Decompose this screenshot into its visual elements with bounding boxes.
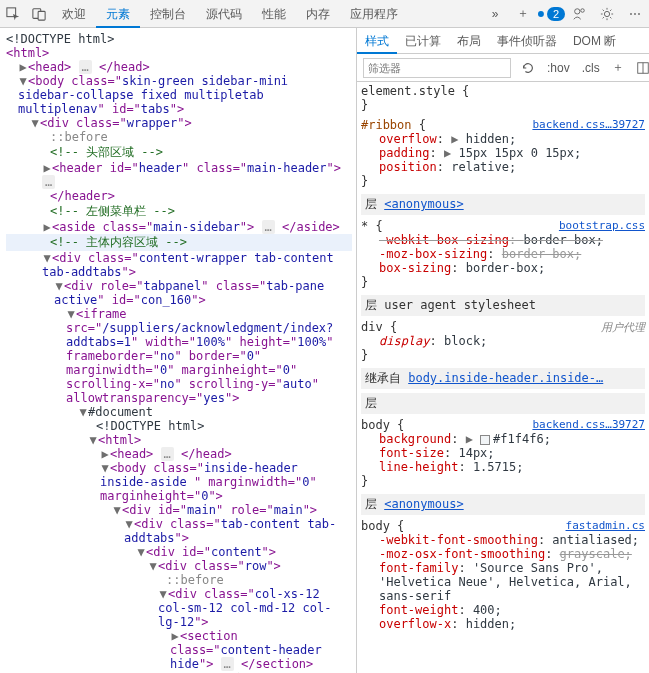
col-div[interactable]: <div class="col-xs-12 col-sm-12 col-md-1… — [158, 587, 331, 629]
tab-content-div[interactable]: <div class="tab-content tab-addtabs"> — [124, 517, 336, 545]
tab-welcome[interactable]: 欢迎 — [52, 0, 96, 28]
hov-toggle[interactable]: :hov — [541, 61, 576, 75]
ellipsis-icon[interactable]: … — [79, 60, 92, 74]
toggle-icon[interactable]: ▼ — [124, 517, 134, 531]
html-open[interactable]: <html> — [6, 46, 49, 60]
toggle-icon[interactable]: ▼ — [158, 587, 168, 601]
head-close[interactable]: </head> — [99, 60, 150, 74]
toggle-icon[interactable]: ▶ — [42, 161, 52, 175]
computed-toggle-icon[interactable] — [630, 61, 649, 75]
header-close[interactable]: </header> — [50, 189, 115, 203]
styles-body[interactable]: element.style { } backend.css…39727 #rib… — [357, 82, 649, 673]
selector[interactable]: body — [361, 519, 390, 533]
source-link[interactable]: backend.css…39727 — [532, 418, 645, 431]
tab-memory[interactable]: 内存 — [296, 0, 340, 28]
toggle-icon[interactable]: ▼ — [136, 545, 146, 559]
toggle-icon[interactable]: ▶ — [170, 629, 180, 643]
toggle-icon[interactable]: ▶ — [18, 60, 28, 74]
add-tab-icon[interactable]: ＋ — [509, 1, 537, 27]
tab-computed[interactable]: 已计算 — [397, 28, 449, 54]
source-link[interactable]: fastadmin.cs — [566, 519, 645, 532]
cls-toggle[interactable]: .cls — [576, 61, 606, 75]
ellipsis-icon[interactable]: … — [221, 657, 234, 671]
row-div[interactable]: <div class="row"> — [158, 559, 281, 573]
comment-sidebar[interactable]: <!-- 左侧菜单栏 --> — [50, 204, 175, 218]
section-close[interactable]: </section> — [241, 657, 313, 671]
aside-tag[interactable]: <aside class="main-sidebar"> — [52, 220, 254, 234]
tab-application[interactable]: 应用程序 — [340, 0, 408, 28]
toggle-icon[interactable]: ▼ — [54, 279, 64, 293]
aside-close[interactable]: </aside> — [282, 220, 340, 234]
color-swatch[interactable] — [480, 435, 490, 445]
inner-html[interactable]: <html> — [98, 433, 141, 447]
toggle-icon[interactable]: ▼ — [30, 116, 40, 130]
pseudo-before2[interactable]: ::before — [166, 573, 224, 587]
iframe-tag[interactable]: <iframe src="/suppliers/acknowledgment/i… — [66, 307, 333, 405]
rule-ribbon[interactable]: backend.css…39727 #ribbon { overflow: ▶ … — [361, 118, 645, 188]
rule-body-fastadmin[interactable]: fastadmin.cs body { -webkit-font-smoothi… — [361, 519, 645, 631]
styles-filter-input[interactable] — [363, 58, 511, 78]
tab-layout[interactable]: 布局 — [449, 28, 489, 54]
rule-star[interactable]: bootstrap.css * { -webkit-box-sizing: bo… — [361, 219, 645, 289]
settings-icon[interactable] — [593, 1, 621, 27]
toggle-icon[interactable]: ▼ — [112, 503, 122, 517]
rule-body-backend[interactable]: backend.css…39727 body { background: ▶ #… — [361, 418, 645, 488]
comment-header[interactable]: <!-- 头部区域 --> — [50, 145, 163, 159]
body-tag[interactable]: <body class="skin-green sidebar-mini sid… — [18, 74, 288, 116]
device-toggle-icon[interactable] — [26, 1, 52, 27]
inherit-link[interactable]: body.inside-header.inside-… — [408, 371, 603, 385]
tab-elements[interactable]: 元素 — [96, 0, 140, 28]
inner-head-close[interactable]: </head> — [181, 447, 232, 461]
head-open[interactable]: <head> — [28, 60, 71, 74]
source-link[interactable]: backend.css…39727 — [532, 118, 645, 131]
selector[interactable]: body — [361, 418, 390, 432]
content-div[interactable]: <div id="content"> — [146, 545, 276, 559]
toggle-icon[interactable]: ▶ — [100, 447, 110, 461]
toggle-icon[interactable]: ▼ — [148, 559, 158, 573]
toggle-icon[interactable]: ▼ — [78, 405, 88, 419]
wrapper-div[interactable]: <div class="wrapper"> — [40, 116, 192, 130]
feedback-icon[interactable] — [565, 1, 593, 27]
doctype[interactable]: <!DOCTYPE html> — [6, 32, 114, 46]
tab-console[interactable]: 控制台 — [140, 0, 196, 28]
selector[interactable]: #ribbon — [361, 118, 412, 132]
ellipsis-icon[interactable]: … — [42, 175, 55, 189]
more-icon[interactable]: ⋯ — [621, 1, 649, 27]
inner-doctype[interactable]: <!DOCTYPE html> — [96, 419, 204, 433]
ellipsis-icon[interactable]: … — [161, 447, 174, 461]
header-tag[interactable]: <header id="header" class="main-header"> — [52, 161, 341, 175]
tab-dom-breakpoints[interactable]: DOM 断 — [565, 28, 624, 54]
toggle-icon[interactable]: ▶ — [42, 220, 52, 234]
tabpanel-div[interactable]: <div role="tabpanel" class="tab-pane act… — [54, 279, 324, 307]
content-wrapper[interactable]: <div class="content-wrapper tab-content … — [42, 251, 334, 279]
document-node[interactable]: #document — [88, 405, 153, 419]
issues-button[interactable]: 2 — [537, 1, 565, 27]
pseudo-before[interactable]: ::before — [50, 130, 108, 144]
anon-link[interactable]: <anonymous> — [384, 497, 463, 511]
toggle-icon[interactable]: ▼ — [42, 251, 52, 265]
new-style-icon[interactable]: ＋ — [606, 59, 630, 76]
selector[interactable]: * — [361, 219, 368, 233]
toggle-icon[interactable]: ▼ — [88, 433, 98, 447]
source-link[interactable]: bootstrap.css — [559, 219, 645, 232]
selector[interactable]: div — [361, 320, 383, 334]
main-div[interactable]: <div id="main" role="main"> — [122, 503, 317, 517]
ellipsis-icon[interactable]: … — [262, 220, 275, 234]
anon-link[interactable]: <anonymous> — [384, 197, 463, 211]
comment-content[interactable]: <!-- 主体内容区域 --> — [50, 235, 187, 249]
rule-element-style[interactable]: element.style { } — [361, 84, 645, 112]
inner-head-open[interactable]: <head> — [110, 447, 153, 461]
selector[interactable]: element.style — [361, 84, 455, 98]
toggle-icon[interactable]: ▼ — [66, 307, 76, 321]
more-tabs-icon[interactable]: » — [481, 1, 509, 27]
elements-tree[interactable]: <!DOCTYPE html> <html> ▶<head> … </head>… — [0, 28, 357, 673]
toggle-icon[interactable]: ▼ — [100, 461, 110, 475]
rule-div[interactable]: 用户代理 div { display: block; } — [361, 320, 645, 362]
tab-performance[interactable]: 性能 — [252, 0, 296, 28]
tab-listeners[interactable]: 事件侦听器 — [489, 28, 565, 54]
refresh-icon[interactable] — [515, 61, 541, 75]
toggle-icon[interactable]: ▼ — [18, 74, 28, 88]
tab-styles[interactable]: 样式 — [357, 28, 397, 54]
inner-body[interactable]: <body class="inside-header inside-aside … — [100, 461, 317, 503]
tab-sources[interactable]: 源代码 — [196, 0, 252, 28]
